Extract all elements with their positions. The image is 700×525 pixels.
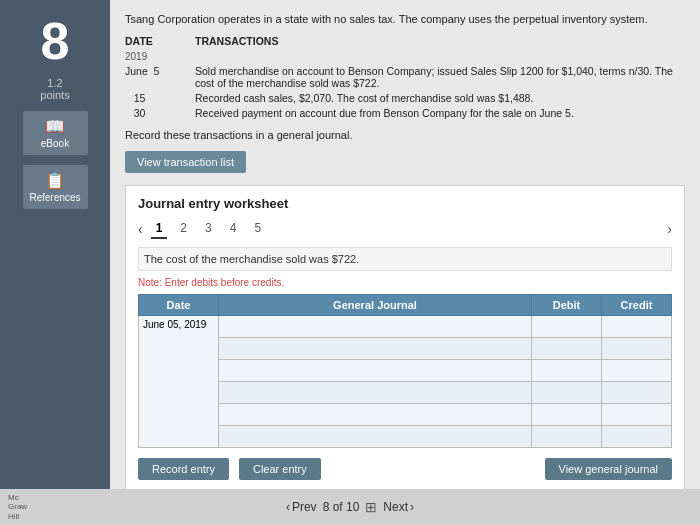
debit-cell-4[interactable] [532, 382, 602, 404]
points-label: 1.2 points [40, 77, 69, 101]
credit-input-1[interactable] [606, 321, 667, 333]
tx-desc-2: Recorded cash sales, $2,070. The cost of… [195, 92, 685, 104]
debit-input-5[interactable] [536, 409, 597, 421]
debit-cell-5[interactable] [532, 404, 602, 426]
general-journal-input-5[interactable] [223, 409, 527, 421]
general-journal-input-1[interactable] [223, 321, 527, 333]
next-button[interactable]: Next › [383, 500, 414, 514]
next-arrow-icon: › [410, 500, 414, 514]
tx-desc-3: Received payment on account due from Ben… [195, 107, 685, 119]
transaction-row-1: June 5 Sold merchandise on account to Be… [125, 65, 685, 89]
debit-input-3[interactable] [536, 365, 597, 377]
general-journal-cell-1[interactable] [219, 316, 532, 338]
tx-date-2: 15 [125, 92, 175, 104]
tx-date-3: 30 [125, 107, 175, 119]
problem-description: Tsang Corporation operates in a state wi… [125, 12, 685, 27]
tab-prev-arrow[interactable]: ‹ [138, 221, 143, 237]
debit-input-1[interactable] [536, 321, 597, 333]
transaction-row-3: 30 Received payment on account due from … [125, 107, 685, 119]
tx-date-1: June 5 [125, 65, 175, 89]
hint-text: The cost of the merchandise sold was $72… [138, 247, 672, 271]
debit-input-2[interactable] [536, 343, 597, 355]
content-area: Tsang Corporation operates in a state wi… [110, 0, 700, 489]
general-journal-column-header: General Journal [219, 295, 532, 316]
credit-cell-2[interactable] [602, 338, 672, 360]
general-journal-input-6[interactable] [223, 431, 527, 443]
general-journal-cell-2[interactable] [219, 338, 532, 360]
clear-entry-button[interactable]: Clear entry [239, 458, 321, 480]
general-journal-input-2[interactable] [223, 343, 527, 355]
table-row [139, 404, 672, 426]
ebook-icon: 📖 [45, 117, 65, 136]
prev-arrow-icon: ‹ [286, 500, 290, 514]
debit-cell-6[interactable] [532, 426, 602, 448]
general-journal-cell-6[interactable] [219, 426, 532, 448]
tab-4[interactable]: 4 [225, 219, 242, 239]
tx-desc-1: Sold merchandise on account to Benson Co… [195, 65, 685, 89]
question-number: 8 [41, 15, 70, 67]
tab-3[interactable]: 3 [200, 219, 217, 239]
credit-cell-1[interactable] [602, 316, 672, 338]
credit-cell-4[interactable] [602, 382, 672, 404]
general-journal-cell-4[interactable] [219, 382, 532, 404]
tab-navigation: ‹ 1 2 3 4 5 › [138, 219, 672, 239]
debit-cell-1[interactable] [532, 316, 602, 338]
credit-cell-3[interactable] [602, 360, 672, 382]
debit-cell-3[interactable] [532, 360, 602, 382]
footer-bar: Mc Graw Hill ‹ Prev 8 of 10 ⊞ Next › [0, 489, 700, 525]
grid-icon[interactable]: ⊞ [365, 499, 377, 515]
year-label: 2019 [125, 51, 685, 62]
journal-worksheet: Journal entry worksheet ‹ 1 2 3 4 5 › Th… [125, 185, 685, 489]
date-column-header: Date [139, 295, 219, 316]
tx-header: TRANSACTIONS [195, 35, 278, 47]
footer-logo: Mc Graw Hill [8, 493, 27, 522]
general-journal-input-3[interactable] [223, 365, 527, 377]
table-row [139, 426, 672, 448]
debit-input-4[interactable] [536, 387, 597, 399]
transaction-row-2: 15 Recorded cash sales, $2,070. The cost… [125, 92, 685, 104]
credit-input-4[interactable] [606, 387, 667, 399]
transactions-table: DATE TRANSACTIONS 2019 June 5 Sold merch… [125, 35, 685, 119]
date-header: DATE [125, 35, 175, 47]
references-icon: 📋 [45, 171, 65, 190]
record-entry-button[interactable]: Record entry [138, 458, 229, 480]
tab-2[interactable]: 2 [175, 219, 192, 239]
table-row: June 05, 2019 [139, 316, 672, 338]
debit-cell-2[interactable] [532, 338, 602, 360]
tab-right-icon: › [667, 221, 672, 237]
record-instruction: Record these transactions in a general j… [125, 129, 685, 141]
left-sidebar: 8 1.2 points 📖 eBook 📋 References [0, 0, 110, 489]
bottom-buttons: Record entry Clear entry View general jo… [138, 458, 672, 480]
credit-cell-5[interactable] [602, 404, 672, 426]
credit-input-5[interactable] [606, 409, 667, 421]
table-row [139, 338, 672, 360]
date-cell: June 05, 2019 [139, 316, 219, 448]
tab-1[interactable]: 1 [151, 219, 168, 239]
general-journal-cell-5[interactable] [219, 404, 532, 426]
view-transaction-button[interactable]: View transaction list [125, 151, 246, 173]
credit-input-2[interactable] [606, 343, 667, 355]
credit-input-6[interactable] [606, 431, 667, 443]
view-general-journal-button[interactable]: View general journal [545, 458, 672, 480]
credit-input-3[interactable] [606, 365, 667, 377]
table-row [139, 360, 672, 382]
references-button[interactable]: 📋 References [23, 165, 88, 209]
debit-input-6[interactable] [536, 431, 597, 443]
general-journal-cell-3[interactable] [219, 360, 532, 382]
tab-5[interactable]: 5 [249, 219, 266, 239]
page-info: 8 of 10 [323, 500, 360, 514]
prev-button[interactable]: ‹ Prev [286, 500, 317, 514]
table-row [139, 382, 672, 404]
footer-navigation: ‹ Prev 8 of 10 ⊞ Next › [286, 499, 414, 515]
ebook-button[interactable]: 📖 eBook [23, 111, 88, 155]
credit-column-header: Credit [602, 295, 672, 316]
debit-column-header: Debit [532, 295, 602, 316]
note-text: Note: Enter debits before credits. [138, 277, 672, 288]
journal-table: Date General Journal Debit Credit June 0… [138, 294, 672, 448]
journal-title: Journal entry worksheet [138, 196, 672, 211]
general-journal-input-4[interactable] [223, 387, 527, 399]
credit-cell-6[interactable] [602, 426, 672, 448]
